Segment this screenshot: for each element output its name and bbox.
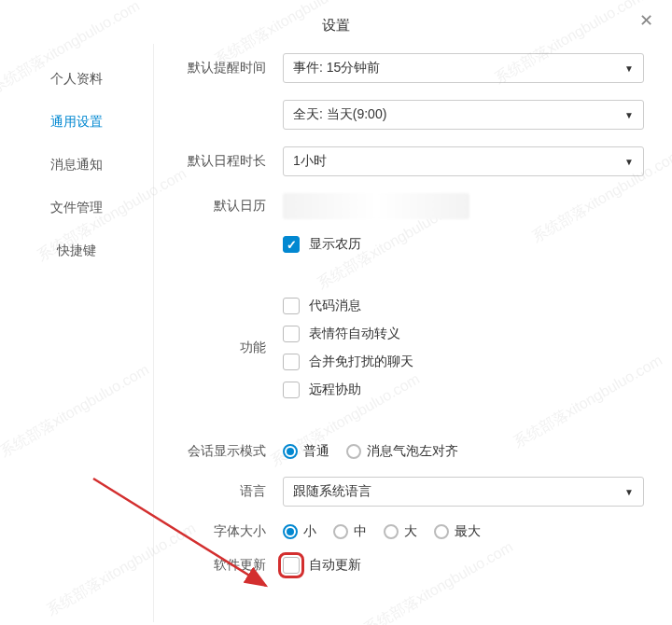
merge-dnd-label: 合并免打扰的聊天 [309, 354, 413, 370]
display-mode-normal-radio[interactable]: 普通 [283, 443, 329, 460]
language-label: 语言 [173, 483, 266, 500]
sidebar-item-notifications[interactable]: 消息通知 [0, 144, 153, 187]
chevron-down-icon: ▼ [624, 110, 634, 120]
emoji-escape-checkbox[interactable] [283, 326, 300, 342]
main-panel: 默认提醒时间 事件: 15分钟前 ▼ 全天: 当天(9:00) ▼ 默认日程时长 [154, 44, 672, 622]
merge-dnd-checkbox[interactable] [283, 354, 300, 370]
remote-assist-label: 远程协助 [309, 382, 361, 398]
font-size-large-label: 大 [404, 523, 417, 540]
chevron-down-icon: ▼ [624, 63, 634, 74]
sidebar: 个人资料 通用设置 消息通知 文件管理 快捷键 [0, 44, 154, 622]
radio-icon [434, 524, 449, 539]
features-label: 功能 [173, 340, 266, 356]
font-size-xlarge-label: 最大 [455, 523, 481, 540]
display-mode-label: 会话显示模式 [173, 443, 266, 460]
font-size-small-label: 小 [303, 523, 316, 540]
remote-assist-checkbox[interactable] [283, 382, 300, 398]
font-size-medium-radio[interactable]: 中 [333, 523, 367, 540]
close-button[interactable]: ✕ [637, 11, 655, 30]
radio-icon [333, 524, 348, 539]
sidebar-item-profile[interactable]: 个人资料 [0, 58, 153, 101]
language-value: 跟随系统语言 [293, 483, 371, 500]
calendar-label: 默认日历 [173, 198, 266, 215]
display-mode-normal-label: 普通 [303, 443, 329, 460]
language-select[interactable]: 跟随系统语言 ▼ [283, 477, 644, 507]
font-size-small-radio[interactable]: 小 [283, 523, 316, 540]
radio-icon [384, 524, 399, 539]
reminder-event-value: 事件: 15分钟前 [293, 60, 380, 76]
sidebar-item-general[interactable]: 通用设置 [0, 101, 153, 144]
lunar-checkbox[interactable]: ✓ [283, 236, 300, 253]
auto-update-checkbox[interactable] [283, 557, 300, 574]
font-size-xlarge-radio[interactable]: 最大 [434, 523, 481, 540]
display-mode-left-label: 消息气泡左对齐 [367, 443, 458, 460]
duration-select[interactable]: 1小时 ▼ [283, 146, 644, 176]
radio-icon [283, 524, 298, 539]
code-msg-checkbox[interactable] [283, 298, 300, 314]
display-mode-left-radio[interactable]: 消息气泡左对齐 [346, 443, 458, 460]
reminder-label: 默认提醒时间 [173, 60, 266, 76]
page-title: 设置 [322, 17, 350, 33]
duration-label: 默认日程时长 [173, 153, 266, 170]
reminder-event-select[interactable]: 事件: 15分钟前 ▼ [283, 53, 644, 83]
sidebar-item-shortcuts[interactable]: 快捷键 [0, 229, 153, 272]
emoji-escape-label: 表情符自动转义 [309, 326, 400, 342]
header: 设置 ✕ [0, 0, 672, 44]
auto-update-checkbox-label: 自动更新 [309, 557, 361, 574]
calendar-value-blurred [283, 193, 469, 219]
chevron-down-icon: ▼ [624, 157, 634, 167]
font-size-large-radio[interactable]: 大 [384, 523, 417, 540]
radio-icon [283, 444, 298, 459]
reminder-allday-select[interactable]: 全天: 当天(9:00) ▼ [283, 100, 644, 130]
duration-value: 1小时 [293, 153, 327, 170]
radio-icon [346, 444, 361, 459]
reminder-allday-value: 全天: 当天(9:00) [293, 106, 386, 123]
sidebar-item-files[interactable]: 文件管理 [0, 187, 153, 229]
chevron-down-icon: ▼ [624, 487, 634, 497]
code-msg-label: 代码消息 [309, 298, 361, 314]
auto-update-label: 软件更新 [173, 557, 266, 574]
font-size-label: 字体大小 [173, 523, 266, 540]
font-size-medium-label: 中 [354, 523, 367, 540]
lunar-label: 显示农历 [309, 236, 361, 253]
